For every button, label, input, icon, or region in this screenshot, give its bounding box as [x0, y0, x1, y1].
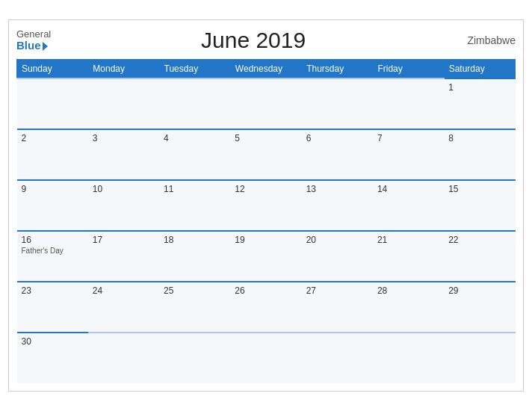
day-number: 21 — [377, 235, 439, 245]
calendar-cell: 16Father's Day — [17, 231, 88, 282]
calendar-cell — [373, 333, 444, 383]
calendar-cell — [444, 333, 515, 383]
calendar-cell: 18 — [159, 231, 230, 282]
logo: General Blue — [16, 29, 51, 52]
calendar-week-row: 30 — [17, 333, 516, 383]
calendar-cell: 23 — [17, 282, 88, 333]
calendar-cell — [230, 78, 301, 129]
day-number: 23 — [22, 285, 84, 296]
calendar-cell: 25 — [159, 282, 230, 333]
calendar-cell: 21 — [373, 231, 444, 282]
calendar-cell: 22 — [444, 231, 515, 282]
day-number: 10 — [93, 184, 155, 194]
day-number: 28 — [377, 285, 439, 296]
weekday-header-saturday: Saturday — [444, 60, 515, 79]
logo-general-text: General — [16, 29, 51, 40]
calendar-cell: 11 — [159, 180, 230, 231]
weekday-header-sunday: Sunday — [17, 60, 88, 79]
day-number: 1 — [448, 82, 510, 93]
calendar-grid: SundayMondayTuesdayWednesdayThursdayFrid… — [16, 59, 516, 383]
calendar-cell — [302, 78, 373, 129]
calendar-cell: 12 — [230, 180, 301, 231]
day-number: 30 — [22, 336, 84, 347]
day-number: 18 — [164, 235, 226, 245]
calendar-cell: 10 — [88, 180, 159, 231]
calendar-cell: 1 — [444, 78, 515, 129]
day-number: 3 — [93, 133, 155, 143]
day-number: 26 — [235, 285, 297, 296]
calendar-header: General Blue June 2019 Zimbabwe — [16, 28, 516, 53]
day-number: 17 — [93, 235, 155, 245]
calendar-cell — [88, 78, 159, 129]
calendar-cell: 24 — [88, 282, 159, 333]
calendar-cell: 29 — [444, 282, 515, 333]
calendar-cell: 13 — [302, 180, 373, 231]
calendar-cell: 15 — [444, 180, 515, 231]
weekday-header-thursday: Thursday — [302, 60, 373, 79]
day-number: 16 — [22, 235, 84, 245]
day-number: 14 — [377, 184, 439, 194]
calendar-cell: 9 — [17, 180, 88, 231]
day-number: 22 — [448, 235, 510, 245]
logo-blue-text: Blue — [16, 40, 51, 52]
calendar-cell: 17 — [88, 231, 159, 282]
day-event: Father's Day — [22, 247, 84, 255]
day-number: 27 — [306, 285, 368, 296]
day-number: 8 — [448, 133, 510, 143]
calendar-week-row: 23242526272829 — [17, 282, 516, 333]
day-number: 2 — [22, 133, 84, 143]
weekday-header-monday: Monday — [88, 60, 159, 79]
day-number: 19 — [235, 235, 297, 245]
calendar-cell — [159, 78, 230, 129]
day-number: 9 — [22, 184, 84, 194]
weekday-header-friday: Friday — [373, 60, 444, 79]
calendar-cell — [17, 78, 88, 129]
calendar-cell — [159, 333, 230, 383]
day-number: 24 — [93, 285, 155, 296]
weekday-header-row: SundayMondayTuesdayWednesdayThursdayFrid… — [17, 60, 516, 79]
calendar-cell — [373, 78, 444, 129]
calendar-week-row: 2345678 — [17, 129, 516, 180]
day-number: 15 — [448, 184, 510, 194]
calendar-week-row: 1 — [17, 78, 516, 129]
calendar-thead: SundayMondayTuesdayWednesdayThursdayFrid… — [17, 60, 516, 79]
calendar-cell: 7 — [373, 129, 444, 180]
calendar-cell: 30 — [17, 333, 88, 383]
day-number: 12 — [235, 184, 297, 194]
calendar-cell: 2 — [17, 129, 88, 180]
day-number: 6 — [306, 133, 368, 143]
calendar-cell: 26 — [230, 282, 301, 333]
calendar-tbody: 12345678910111213141516Father's Day17181… — [17, 78, 516, 383]
calendar-cell: 19 — [230, 231, 301, 282]
day-number: 7 — [377, 133, 439, 143]
calendar-cell: 3 — [88, 129, 159, 180]
day-number: 20 — [306, 235, 368, 245]
calendar-cell — [230, 333, 301, 383]
calendar-cell: 20 — [302, 231, 373, 282]
calendar-cell: 28 — [373, 282, 444, 333]
day-number: 13 — [306, 184, 368, 194]
day-number: 29 — [448, 285, 510, 296]
calendar-week-row: 9101112131415 — [17, 180, 516, 231]
calendar-cell: 5 — [230, 129, 301, 180]
day-number: 5 — [235, 133, 297, 143]
weekday-header-wednesday: Wednesday — [230, 60, 301, 79]
calendar-cell: 4 — [159, 129, 230, 180]
day-number: 4 — [164, 133, 226, 143]
calendar-week-row: 16Father's Day171819202122 — [17, 231, 516, 282]
calendar-cell — [88, 333, 159, 383]
calendar-cell: 14 — [373, 180, 444, 231]
calendar-title: June 2019 — [51, 28, 456, 53]
weekday-header-tuesday: Tuesday — [159, 60, 230, 79]
calendar-cell — [302, 333, 373, 383]
calendar-cell: 27 — [302, 282, 373, 333]
day-number: 25 — [164, 285, 226, 296]
calendar-country: Zimbabwe — [456, 34, 516, 46]
calendar-cell: 6 — [302, 129, 373, 180]
logo-arrow-icon — [43, 42, 48, 51]
calendar-wrapper: General Blue June 2019 Zimbabwe SundayMo… — [8, 19, 524, 392]
day-number: 11 — [164, 184, 226, 194]
calendar-cell: 8 — [444, 129, 515, 180]
